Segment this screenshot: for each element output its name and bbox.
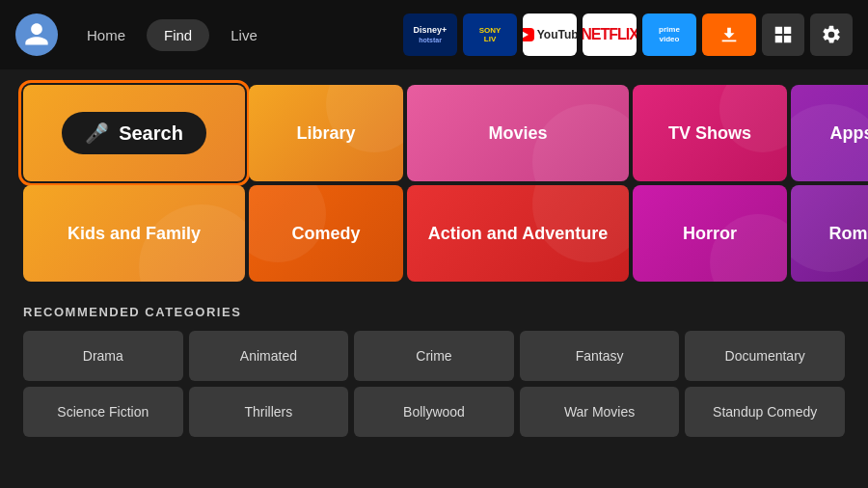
settings-icon-button[interactable]: [810, 14, 853, 56]
search-label: Search: [119, 122, 183, 145]
live-link[interactable]: Live: [213, 19, 275, 51]
comedy-tile[interactable]: Comedy: [249, 185, 403, 282]
horror-tile[interactable]: Horror: [633, 185, 787, 282]
science-fiction-tile[interactable]: Science Fiction: [23, 387, 183, 437]
avatar[interactable]: [15, 14, 58, 56]
documentary-tile[interactable]: Documentary: [685, 331, 845, 381]
prime-video-icon[interactable]: primevideo: [642, 14, 696, 56]
downloader-icon[interactable]: [702, 14, 756, 56]
bollywood-tile[interactable]: Bollywood: [354, 387, 514, 437]
nav-links: Home Find Live: [69, 19, 275, 51]
thrillers-tile[interactable]: Thrillers: [189, 387, 349, 437]
appstore-tile[interactable]: Appstore: [791, 85, 868, 181]
sony-liv-icon[interactable]: SONYLIV: [463, 14, 517, 56]
animated-tile[interactable]: Animated: [189, 331, 349, 381]
standup-comedy-tile[interactable]: Standup Comedy: [685, 387, 845, 437]
grid-icon-button[interactable]: [762, 14, 804, 56]
microphone-icon: 🎤: [85, 122, 109, 145]
crime-tile[interactable]: Crime: [354, 331, 514, 381]
main-content: 🎤 Search Library Movies TV Shows Appstor…: [0, 69, 868, 452]
drama-tile[interactable]: Drama: [23, 331, 183, 381]
home-link[interactable]: Home: [69, 19, 143, 51]
category-grid: 🎤 Search Library Movies TV Shows Appstor…: [23, 85, 845, 282]
netflix-icon[interactable]: NETFLIX: [583, 14, 637, 56]
kids-family-tile[interactable]: Kids and Family: [23, 185, 245, 282]
disney-plus-icon[interactable]: Disney+hotstar: [403, 14, 457, 56]
tv-shows-tile[interactable]: TV Shows: [633, 85, 787, 181]
app-icons-bar: Disney+hotstar SONYLIV YouTube NETFLIX p…: [403, 14, 853, 56]
recommended-section: RECOMMENDED CATEGORIES Drama Animated Cr…: [23, 305, 845, 437]
recommended-grid: Drama Animated Crime Fantasy Documentary…: [23, 331, 845, 437]
library-tile[interactable]: Library: [249, 85, 403, 181]
action-adventure-tile[interactable]: Action and Adventure: [407, 185, 629, 282]
fantasy-tile[interactable]: Fantasy: [520, 331, 680, 381]
recommended-title: RECOMMENDED CATEGORIES: [23, 305, 845, 319]
war-movies-tile[interactable]: War Movies: [520, 387, 680, 437]
movies-tile[interactable]: Movies: [407, 85, 629, 181]
top-navigation: Home Find Live Disney+hotstar SONYLIV Yo…: [0, 0, 868, 69]
youtube-icon[interactable]: YouTube: [523, 14, 577, 56]
romance-tile[interactable]: Romance: [791, 185, 868, 282]
search-tile[interactable]: 🎤 Search: [23, 85, 245, 181]
find-link[interactable]: Find: [147, 19, 209, 51]
